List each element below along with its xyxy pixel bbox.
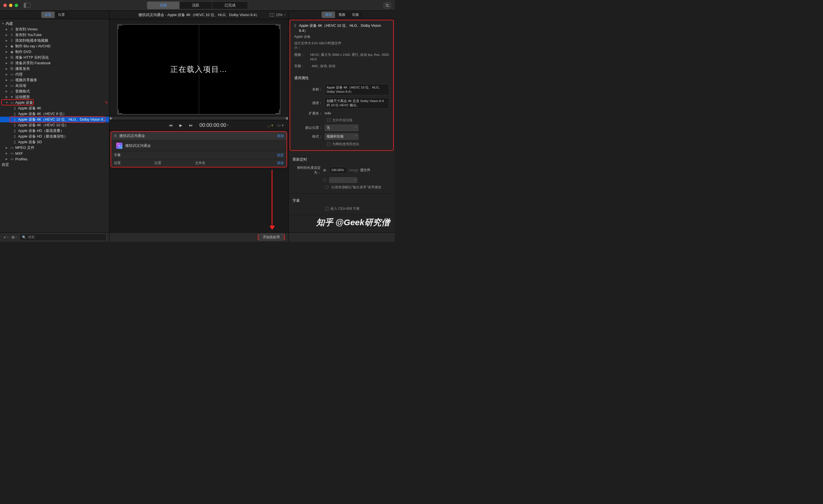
default-location-select[interactable]: 无 — [325, 124, 358, 131]
tree-item[interactable]: ▶⦿准备 HTTP 实时流化 — [0, 55, 109, 60]
tab-video[interactable]: 视频 — [335, 12, 349, 18]
close-window-button[interactable] — [3, 4, 7, 7]
tree-item[interactable]: ▶⇪添加到电视本地视频 — [0, 38, 109, 43]
tree-item[interactable]: ▶◉制作 DVD — [0, 49, 109, 55]
search-input[interactable]: 🔍 搜索 — [19, 234, 106, 241]
tree-item[interactable]: ▶▭视频共享服务 — [0, 77, 109, 83]
tree-item-apple-device[interactable]: ▯Apple 设备 4K — [0, 105, 109, 111]
inspector-summary: ▯ Apple 设备 4K（HEVC 10 位、HLG、Dolby Vision… — [290, 20, 394, 151]
subtitle-section: 字幕 嵌入 CEA-608 字幕 — [289, 194, 395, 215]
tree-item[interactable]: ▶⦿准备共享到 Facebook — [0, 60, 109, 66]
add-output-link[interactable]: 添加 — [277, 161, 284, 166]
tab-location[interactable]: 位置 — [55, 12, 68, 18]
tree-item[interactable]: ▶⇪发布到 Vimeo — [0, 26, 109, 32]
embed-cea-checkbox[interactable] — [325, 207, 329, 211]
share-icon: ⇪ — [10, 27, 14, 31]
tree-item[interactable]: ▶⦿播客发布 — [0, 66, 109, 72]
subheader-left: 设置 位置 — [0, 11, 110, 19]
disclosure-triangle-icon: ▶ — [6, 45, 8, 48]
tree-item[interactable]: ▶◉制作 Blu-ray / AVCHD — [0, 43, 109, 49]
disclosure-triangle-icon: ▶ — [6, 62, 8, 64]
tree-label: Apple 设备 HD（最高质量） — [18, 128, 64, 133]
fullscreen-window-button[interactable] — [15, 4, 18, 7]
tree-item-apple-device[interactable]: ▯Apple 设备 HD（最高质量） — [0, 128, 109, 134]
name-field[interactable]: Apple 设备 4K（HEVC 10 位、HLG、Dolby Vision 8… — [325, 84, 389, 95]
tab-general[interactable]: 通用 — [322, 12, 335, 18]
add-button[interactable]: ＋▾ — [3, 235, 8, 240]
tab-settings[interactable]: 设置 — [41, 12, 55, 18]
disclosure-triangle-icon: ▶ — [6, 33, 8, 36]
tree-item-apple-device[interactable]: ▯Apple 设备 4K（HEVC 10 位、HLG、Dolby Vision … — [0, 117, 109, 122]
toggle-sidebar-button[interactable] — [24, 3, 30, 8]
tree-label: 制作 Blu-ray / AVCHD — [15, 44, 50, 49]
tree-item[interactable]: ▶⇪发布到 YouTube — [0, 32, 109, 38]
subtitle-title: 字幕 — [293, 197, 391, 206]
tree-label: ProRes — [15, 157, 27, 161]
add-job-link[interactable]: 添加 — [277, 134, 284, 139]
minimize-window-button[interactable] — [9, 4, 12, 7]
tree-group-apple-devices[interactable]: ▼ ▭ Apple 设备 — [0, 100, 109, 105]
settings-toggle-button[interactable] — [383, 2, 391, 8]
crop-mark-icon — [276, 25, 280, 29]
start-batch-button[interactable]: 开始批处理 — [259, 234, 284, 240]
tree-item-apple-device[interactable]: ▯Apple 设备 4K（HEVC 10 位） — [0, 122, 109, 128]
svg-point-3 — [387, 6, 388, 6]
tree-root-custom[interactable]: 自定 — [0, 162, 109, 168]
batch-source-item[interactable]: ✦ 微软武汉沟通会 — [111, 141, 287, 151]
duration-tc-radio[interactable] — [323, 179, 326, 182]
segment-completed[interactable]: 已完成 — [212, 2, 248, 9]
duration-tc-field[interactable]: --:--:--:-- — [329, 177, 357, 183]
subtitle-set-link[interactable]: 设定 — [277, 153, 284, 158]
optimize-network-checkbox[interactable] — [327, 142, 331, 146]
tree-item-apple-device[interactable]: ▯Apple 设备 4K（HEVC 8 位） — [0, 111, 109, 117]
next-frame-button[interactable]: ⏭ — [189, 123, 193, 128]
prev-frame-button[interactable]: ⏮ — [169, 123, 173, 128]
timeline-scrubber[interactable] — [110, 116, 288, 120]
tree-item[interactable]: ▶♪音频格式 — [0, 88, 109, 94]
segment-active[interactable]: 活跃 — [180, 2, 212, 9]
tree-label: 运动图形 — [15, 94, 30, 99]
disclosure-triangle-icon: ▼ — [2, 22, 5, 25]
tree-item[interactable]: ▶✶运动图形 — [0, 94, 109, 100]
tree-label: 发布到 Vimeo — [15, 27, 37, 32]
tree-item[interactable]: ▶▭MXF — [0, 151, 109, 156]
source-frame-radio[interactable] — [325, 186, 329, 189]
tree-label: 准备 HTTP 实时流化 — [15, 55, 49, 60]
tree-item[interactable]: ▶▭ProRes — [0, 156, 109, 162]
video-spec-label: 视频： — [294, 52, 310, 61]
duration-unit-select[interactable] — [349, 170, 358, 171]
format-select[interactable]: 视频和音频 — [325, 133, 358, 140]
tab-audio[interactable]: 音频 — [349, 12, 362, 18]
inspector-tabs: 通用 视频 音频 — [322, 12, 362, 18]
segment-current[interactable]: 当前 — [147, 2, 180, 9]
video-preview: 正在载入项目… — [117, 24, 280, 114]
gear-icon: ⚙ — [114, 134, 117, 138]
tree-label: 代理 — [15, 72, 23, 77]
chat-icon[interactable]: ▭ ▾ — [277, 123, 284, 128]
duration-percent-radio[interactable] — [323, 169, 326, 172]
tree-root-builtin[interactable]: ▼ 内建 — [0, 21, 109, 26]
action-menu-button[interactable]: ⚙▾ — [11, 235, 17, 240]
disclosure-triangle-icon: ▶ — [6, 73, 8, 76]
main-area: ▼ 内建 ▶⇪发布到 Vimeo▶⇪发布到 YouTube▶⇪添加到电视本地视频… — [0, 19, 395, 232]
desc-field[interactable]: 创建尺寸高达 4K 且含 Dolby Vision 8.4 的 10 位 HEV… — [325, 97, 389, 109]
tree-item[interactable]: ▶▭MPEG 文件 — [0, 145, 109, 151]
marker-icon[interactable]: ◡ ▾ — [268, 123, 274, 128]
tree-item-apple-device[interactable]: ▯Apple 设备 HD（最佳兼容性） — [0, 134, 109, 139]
allow-segment-checkbox[interactable] — [327, 118, 331, 122]
batch-job-header[interactable]: ⚙ 微软武汉沟通会 添加 — [111, 132, 287, 141]
tree-item[interactable]: ▶▭未压缩 — [0, 83, 109, 88]
tree-item-apple-device[interactable]: ▯Apple 设备 SD — [0, 139, 109, 145]
arrow-annotation: ↘ — [104, 99, 108, 104]
disclosure-triangle-icon: ▶ — [6, 28, 8, 31]
retime-title: 重新定时 — [293, 155, 391, 164]
tree-label: MXF — [15, 152, 23, 156]
source-frame-label: 以便来源帧以"输出速率"速率播放 — [331, 185, 381, 190]
disclosure-triangle-icon: ▼ — [6, 101, 8, 104]
play-button[interactable]: ▶ — [179, 123, 182, 128]
timecode-display[interactable]: 00:00:00:00 ▾ — [199, 122, 229, 128]
duration-percent-field[interactable]: 100.00% — [329, 167, 347, 174]
zoom-control[interactable]: 15% ▾ — [270, 13, 286, 17]
tree-item[interactable]: ▶▭代理 — [0, 72, 109, 77]
disclosure-triangle-icon: ▶ — [6, 79, 8, 81]
